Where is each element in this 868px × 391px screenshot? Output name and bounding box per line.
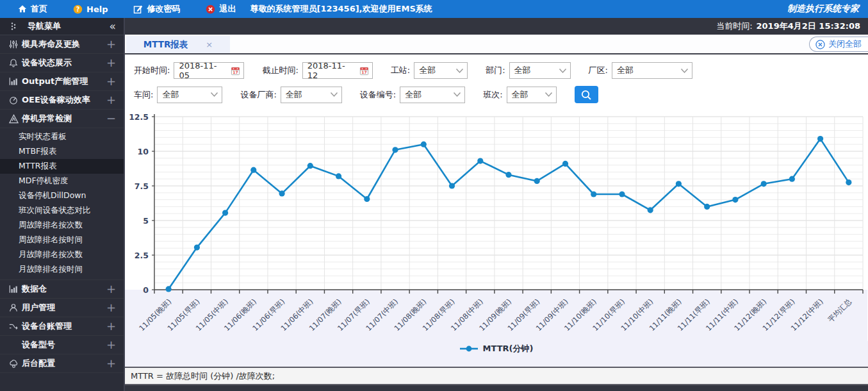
sidebar-group-label: 数据仓 bbox=[22, 283, 47, 295]
data-point[interactable] bbox=[562, 161, 568, 167]
filter-plant-label: 厂区: bbox=[589, 65, 608, 76]
filter-vendor-select[interactable]: 全部 bbox=[281, 87, 342, 103]
collapse-minus-icon[interactable]: − bbox=[106, 113, 116, 124]
data-point[interactable] bbox=[505, 172, 511, 178]
sidebar-group-device-model[interactable]: 设备型号+ bbox=[0, 336, 124, 354]
search-button[interactable] bbox=[575, 86, 598, 103]
data-point[interactable] bbox=[279, 190, 285, 196]
filter-department-select[interactable]: 全部 bbox=[509, 62, 571, 79]
nav-home[interactable]: 首页 bbox=[5, 0, 60, 18]
svg-text:10: 10 bbox=[138, 147, 149, 156]
expand-plus-icon[interactable]: + bbox=[106, 94, 116, 106]
sidebar-item-实时状态看板[interactable]: 实时状态看板 bbox=[0, 129, 124, 144]
sidebar-item-周故障排名按次数[interactable]: 周故障排名按次数 bbox=[0, 218, 124, 233]
sidebar-group-label: 设备台账管理 bbox=[22, 320, 72, 332]
data-point[interactable] bbox=[704, 204, 710, 210]
expand-plus-icon[interactable]: + bbox=[106, 320, 116, 332]
filter-plant-value: 全部 bbox=[617, 65, 634, 76]
nav-logout[interactable]: 退出 bbox=[193, 0, 249, 18]
nav-help[interactable]: ?Help bbox=[60, 0, 120, 18]
filter-shift: 班次:全部 bbox=[483, 87, 556, 103]
data-point[interactable] bbox=[449, 183, 455, 188]
data-point[interactable] bbox=[307, 163, 313, 169]
cloud-gear-icon bbox=[8, 359, 19, 369]
data-point[interactable] bbox=[421, 142, 427, 147]
top-nav-items: 首页?Help修改密码退出 bbox=[5, 0, 249, 18]
sidebar-group-label: 停机异常检测 bbox=[22, 113, 72, 124]
data-point[interactable] bbox=[732, 197, 738, 203]
data-point[interactable] bbox=[222, 210, 228, 216]
data-point[interactable] bbox=[194, 245, 200, 251]
tab-mttr-report[interactable]: MTTR报表 × bbox=[126, 36, 230, 53]
sidebar-group-backend-config[interactable]: 后台配置+ bbox=[0, 354, 124, 373]
expand-plus-icon[interactable]: + bbox=[106, 57, 116, 69]
nav-change-password[interactable]: 修改密码 bbox=[120, 0, 193, 18]
svg-text:17: 17 bbox=[233, 70, 238, 74]
expand-plus-icon[interactable]: + bbox=[106, 358, 116, 369]
barchart-icon bbox=[8, 285, 19, 294]
data-point[interactable] bbox=[250, 167, 256, 173]
sidebar-group-device-status[interactable]: 设备状态展示+ bbox=[0, 54, 124, 72]
data-point[interactable] bbox=[648, 207, 653, 213]
filter-start-date-input[interactable]: 2018-11-0517 bbox=[174, 62, 244, 79]
data-point[interactable] bbox=[477, 158, 483, 164]
nav-help-label: Help bbox=[86, 4, 108, 14]
sidebar-group-data-warehouse[interactable]: 数据仓+ bbox=[0, 280, 124, 299]
bell-icon bbox=[8, 58, 19, 67]
sidebar-item-月故障排名按次数[interactable]: 月故障排名按次数 bbox=[0, 247, 124, 262]
sidebar-item-MTTR报表[interactable]: MTTR报表 bbox=[0, 159, 124, 174]
filter-workshop-select[interactable]: 全部 bbox=[157, 87, 222, 103]
expand-plus-icon[interactable]: + bbox=[106, 38, 116, 50]
magnifier-icon bbox=[580, 89, 592, 101]
sidebar-group-downtime-detect[interactable]: 停机异常检测− bbox=[0, 110, 124, 128]
data-point[interactable] bbox=[336, 173, 341, 179]
filter-shift-select[interactable]: 全部 bbox=[507, 87, 557, 103]
barchart-icon bbox=[8, 77, 19, 86]
expand-plus-icon[interactable]: + bbox=[106, 76, 116, 87]
expand-plus-icon[interactable]: + bbox=[106, 302, 116, 313]
sidebar-group-label: 模具寿命及更换 bbox=[22, 38, 80, 50]
tab-close-icon[interactable]: × bbox=[206, 40, 213, 49]
sidebar-group-mold-life[interactable]: 模具寿命及更换+ bbox=[0, 35, 124, 54]
sidebar-group-oee[interactable]: OEE设备稼动效率+ bbox=[0, 91, 124, 110]
filter-end-date-value: 2018-11-12 bbox=[307, 61, 356, 80]
sidebar-item-设备停机DillDown[interactable]: 设备停机DillDown bbox=[0, 188, 124, 203]
filter-station-select[interactable]: 全部 bbox=[414, 62, 468, 79]
home-icon bbox=[18, 4, 27, 13]
chevron-down-icon bbox=[210, 92, 218, 97]
filter-start-date: 开始时间:2018-11-0517 bbox=[134, 62, 244, 79]
sidebar-item-MDF停机密度[interactable]: MDF停机密度 bbox=[0, 174, 124, 188]
chevron-down-icon bbox=[455, 68, 464, 74]
filter-device-id-select[interactable]: 全部 bbox=[400, 87, 465, 103]
sidebar-group-user-management[interactable]: 用户管理+ bbox=[0, 299, 124, 317]
sidebar-group-device-ledger[interactable]: 设备台账管理+ bbox=[0, 317, 124, 336]
filter-plant-select[interactable]: 全部 bbox=[612, 62, 692, 79]
data-point[interactable] bbox=[846, 179, 851, 185]
data-point[interactable] bbox=[591, 191, 596, 197]
data-point[interactable] bbox=[619, 191, 625, 197]
filter-end-date-input[interactable]: 2018-11-1217 bbox=[302, 62, 373, 79]
sidebar-group-output-capacity[interactable]: Output产能管理+ bbox=[0, 72, 124, 91]
chart-legend[interactable]: MTTR(分钟) bbox=[125, 341, 868, 356]
filter-shift-label: 班次: bbox=[483, 89, 502, 101]
data-point[interactable] bbox=[364, 196, 370, 202]
expand-plus-icon[interactable]: + bbox=[106, 339, 116, 351]
chevron-down-icon bbox=[453, 92, 461, 97]
data-point[interactable] bbox=[817, 136, 823, 142]
data-point[interactable] bbox=[676, 181, 682, 187]
close-all-button[interactable]: 关闭全部 bbox=[809, 37, 868, 52]
data-point[interactable] bbox=[789, 176, 795, 182]
expand-plus-icon[interactable]: + bbox=[106, 283, 116, 295]
data-point[interactable] bbox=[392, 147, 398, 153]
sidebar-collapse-icon[interactable]: « bbox=[110, 21, 116, 32]
data-point[interactable] bbox=[166, 286, 172, 292]
formula-text: MTTR = 故障总时间 (分钟) /故障次数; bbox=[131, 370, 275, 382]
sliders-icon bbox=[8, 40, 19, 49]
sidebar-item-周故障排名按时间[interactable]: 周故障排名按时间 bbox=[0, 233, 124, 247]
data-point[interactable] bbox=[534, 178, 540, 184]
data-point[interactable] bbox=[761, 181, 767, 187]
chevron-down-icon bbox=[545, 92, 553, 97]
sidebar-item-月故障排名按时间[interactable]: 月故障排名按时间 bbox=[0, 262, 124, 277]
sidebar-item-MTBF报表[interactable]: MTBF报表 bbox=[0, 144, 124, 159]
sidebar-item-班次间设备状态对比[interactable]: 班次间设备状态对比 bbox=[0, 203, 124, 218]
